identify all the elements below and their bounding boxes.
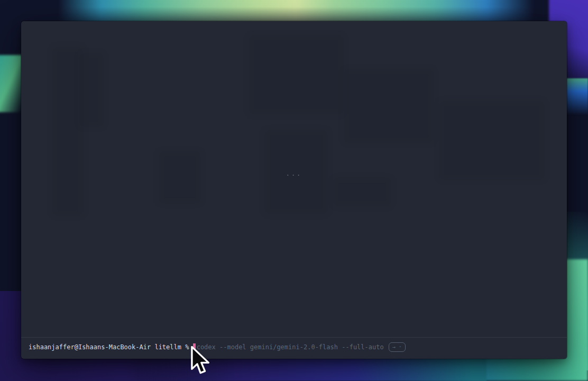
ghost-artifact (333, 177, 391, 206)
terminal-window[interactable]: ··· ishaanjaffer@Ishaans-MacBook-Air lit… (21, 21, 567, 359)
ghost-artifact (79, 53, 104, 127)
autocomplete-hint-key: → · (389, 342, 406, 352)
command-autosuggestion: codex --model gemini/gemini-2.0-flash --… (197, 343, 384, 351)
ghost-artifact (344, 69, 434, 143)
text-cursor (193, 343, 196, 351)
ghost-artifact (159, 151, 201, 204)
terminal-divider-line (21, 337, 567, 338)
desktop: ··· ishaanjaffer@Ishaans-MacBook-Air lit… (0, 0, 588, 381)
ghost-artifact (52, 47, 84, 216)
loading-indicator: ··· (286, 171, 302, 179)
ghost-artifact (439, 101, 545, 180)
ghost-artifact (249, 35, 344, 114)
terminal-prompt-line[interactable]: ishaanjaffer@Ishaans-MacBook-Air litellm… (29, 342, 563, 352)
shell-prompt: ishaanjaffer@Ishaans-MacBook-Air litellm… (29, 343, 193, 351)
